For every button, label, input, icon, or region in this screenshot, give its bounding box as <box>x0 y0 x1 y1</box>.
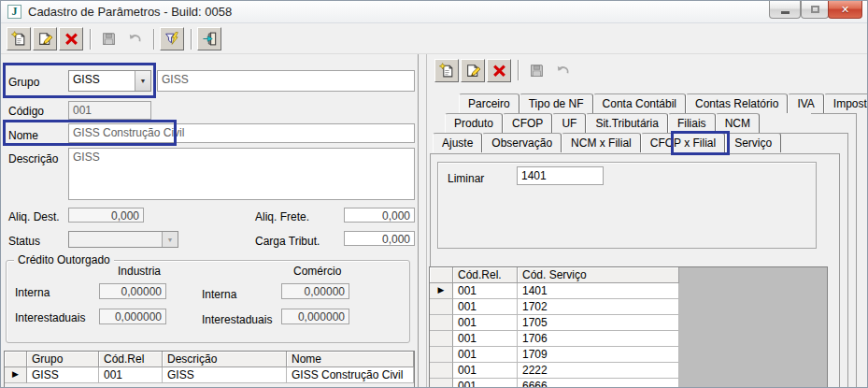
table-cell[interactable]: 001 <box>453 331 518 347</box>
delete-button[interactable] <box>487 59 511 82</box>
tab-row-1: ParceiroTipo de NFConta ContábilContas R… <box>459 93 868 113</box>
table-row[interactable]: 0011705 <box>430 315 827 331</box>
window-title: Cadastro de Parâmetros - Build: 0058 <box>28 5 232 19</box>
grid-indicator-header <box>430 267 453 283</box>
table-cell[interactable]: 1709 <box>518 347 679 363</box>
tab-uf[interactable]: UF <box>552 113 586 133</box>
aliq-frete-label: Aliq. Frete. <box>255 210 309 223</box>
table-cell[interactable]: 6666 <box>518 379 679 388</box>
filter-button[interactable] <box>160 27 184 50</box>
table-cell[interactable]: 1401 <box>518 283 679 299</box>
row-indicator <box>430 315 453 331</box>
table-cell[interactable]: 001 <box>453 379 518 388</box>
new-button[interactable] <box>434 59 459 82</box>
grupo-combobox[interactable]: GISS ▼ <box>68 70 151 92</box>
chevron-down-icon[interactable]: ▼ <box>135 71 150 91</box>
interna-industria-field[interactable]: 0,00000 <box>99 283 166 299</box>
edit-document-icon <box>465 63 481 79</box>
table-cell[interactable]: 001 <box>453 315 518 331</box>
credito-outorgado-groupbox: Crédito Outorgado <box>6 260 410 343</box>
tab-imposto[interactable]: Imposto <box>824 93 868 113</box>
tab-cfop-x-filial[interactable]: CFOP x Filial <box>641 133 725 152</box>
codigo-label: Código <box>8 105 44 118</box>
status-combobox[interactable]: ▼ <box>68 231 178 248</box>
nome-label: Nome <box>8 129 38 142</box>
tab-contas-relatorio[interactable]: Contas Relatório <box>686 93 788 113</box>
tab-ncm[interactable]: NCM <box>716 113 760 133</box>
tab-ajuste[interactable]: Ajuste <box>433 133 482 152</box>
table-cell[interactable]: 001 <box>453 363 518 379</box>
table-cell[interactable]: 001 <box>453 283 518 299</box>
aliq-frete-field[interactable]: 0,000 <box>344 208 415 223</box>
new-document-icon <box>11 31 27 47</box>
interestaduais-industria-field[interactable]: 0,000000 <box>99 309 166 324</box>
table-cell[interactable]: 1706 <box>518 331 679 347</box>
nome-field[interactable]: GISS Construção Civil <box>68 123 415 143</box>
splitter[interactable] <box>418 54 419 388</box>
interestaduais-comercio-field[interactable]: 0,000000 <box>281 309 349 324</box>
row-indicator <box>430 331 453 347</box>
tab-tipo-de-nf[interactable]: Tipo de NF <box>519 93 593 113</box>
tab-cfop[interactable]: CFOP <box>503 113 552 133</box>
aliq-dest-field[interactable]: 0,000 <box>68 208 144 223</box>
servico-grid: Cód.Rel.Cód. Serviço▶0011401001170200117… <box>429 266 828 388</box>
descricao-field[interactable]: GISS <box>68 148 415 200</box>
interna-comercio-label: Interna <box>202 288 236 301</box>
minimize-button[interactable] <box>769 1 801 19</box>
column-header-cod-servico: Cód. Serviço <box>518 267 679 283</box>
tabpage-top-border <box>430 153 839 154</box>
titlebar: J Cadastro de Parâmetros - Build: 0058 ✕ <box>1 1 867 23</box>
interestaduais-comercio-label: Interestaduais <box>202 313 272 326</box>
tab-servico[interactable]: Serviço <box>725 133 781 152</box>
table-cell[interactable]: GISS Construção Civil <box>287 367 414 383</box>
tab-row-3: AjusteObservaçãoNCM x FilialCFOP x Filia… <box>433 133 781 152</box>
tab-ncm-x-filial[interactable]: NCM x Filial <box>562 133 641 152</box>
table-cell[interactable]: 2222 <box>518 363 679 379</box>
table-cell[interactable]: GISS <box>163 367 287 383</box>
interna-comercio-field[interactable]: 0,00000 <box>281 283 349 299</box>
edit-document-icon <box>37 31 53 47</box>
save-icon <box>529 63 545 79</box>
exit-button[interactable] <box>197 27 221 50</box>
exit-door-icon <box>202 31 218 47</box>
table-cell[interactable]: 1702 <box>518 299 679 315</box>
tab-iva[interactable]: IVA <box>788 93 823 113</box>
table-row[interactable]: 0011709 <box>430 347 827 363</box>
maximize-button[interactable] <box>801 1 829 19</box>
table-cell[interactable]: 1705 <box>518 315 679 331</box>
tab-produto[interactable]: Produto <box>445 113 503 133</box>
edit-button[interactable] <box>461 59 485 82</box>
column-header-descricao: Descrição <box>163 352 287 367</box>
undo-icon <box>555 63 571 79</box>
delete-button[interactable] <box>59 27 83 50</box>
table-row[interactable]: ▶GISS001GISSGISS Construção Civil <box>5 367 414 383</box>
table-cell[interactable]: 001 <box>453 299 518 315</box>
tab-filiais[interactable]: Filiais <box>668 113 716 133</box>
tab-parceiro[interactable]: Parceiro <box>459 93 519 113</box>
codigo-field[interactable]: 001 <box>68 101 151 120</box>
new-document-icon <box>439 63 455 79</box>
edit-button[interactable] <box>33 27 57 50</box>
filter-lightning-icon <box>164 31 180 47</box>
table-cell[interactable]: GISS <box>27 367 99 383</box>
tab-sit-tributaria[interactable]: Sit.Tributária <box>586 113 668 133</box>
tab-observacao[interactable]: Observação <box>482 133 562 152</box>
tabpage2-right-border <box>847 133 848 388</box>
table-row[interactable]: 0012222 <box>430 363 827 379</box>
row-indicator <box>430 379 453 388</box>
interna-industria-label: Interna <box>15 286 50 299</box>
liminar-field[interactable]: 1401 <box>517 166 604 185</box>
new-button[interactable] <box>7 27 31 50</box>
carga-tribut-field[interactable]: 0,000 <box>344 231 415 246</box>
close-button[interactable]: ✕ <box>828 1 862 19</box>
table-cell[interactable]: 001 <box>453 347 518 363</box>
grupo-description-field[interactable]: GISS <box>157 70 415 92</box>
tab-conta-contabil[interactable]: Conta Contábil <box>593 93 686 113</box>
table-row[interactable]: 0016666 <box>430 379 827 388</box>
table-row[interactable]: 0011702 <box>430 299 827 315</box>
table-cell[interactable]: 001 <box>99 367 163 383</box>
table-row[interactable]: ▶0011401 <box>430 283 827 299</box>
undo-button <box>122 27 147 50</box>
toolbar-separator <box>518 60 519 80</box>
table-row[interactable]: 0011706 <box>430 331 827 347</box>
